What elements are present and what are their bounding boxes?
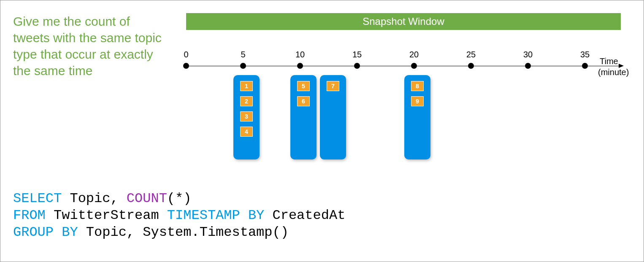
event-box: 5: [297, 81, 310, 91]
col-created: CreatedAt: [273, 208, 346, 223]
window-box: 7: [320, 75, 346, 159]
tick-label-15: 15: [352, 50, 362, 59]
window-box: 8 9: [404, 75, 430, 159]
axis-line: [186, 66, 621, 66]
tick-0: [183, 63, 189, 69]
tick-label-30: 30: [523, 50, 533, 59]
tick-25: [468, 63, 474, 69]
tick-label-35: 35: [580, 50, 590, 59]
sql-query: SELECT Topic, COUNT(*) FROM TwitterStrea…: [13, 190, 345, 241]
timeline: 0 5 10 15 20 25 30 35 Time (minute) 1 2 …: [186, 49, 633, 163]
snapshot-window-bar: Snapshot Window: [186, 13, 621, 30]
kw-from: FROM: [13, 208, 46, 223]
kw-select: SELECT: [13, 191, 62, 206]
window-box: 1 2 3 4: [233, 75, 260, 159]
description-text: Give me the count of tweets with the sam…: [13, 13, 169, 79]
tbl-stream: TwitterStream: [54, 208, 159, 223]
tick-label-5: 5: [241, 50, 245, 59]
tick-label-10: 10: [295, 50, 305, 59]
tick-10: [297, 63, 303, 69]
sql-line-3: GROUP BY Topic, System.Timestamp(): [13, 224, 345, 241]
fn-count: COUNT: [127, 191, 167, 206]
axis-unit: (minute): [598, 68, 629, 77]
event-box: 9: [411, 96, 424, 106]
tick-label-0: 0: [184, 50, 188, 59]
tick-label-20: 20: [409, 50, 419, 59]
kw-timestamp-by: TIMESTAMP BY: [167, 208, 264, 223]
event-box: 2: [240, 96, 253, 106]
kw-group-by: GROUP BY: [13, 224, 78, 240]
event-box: 3: [240, 111, 253, 122]
event-box: 1: [240, 81, 253, 91]
event-box: 4: [240, 127, 253, 137]
tick-label-25: 25: [466, 50, 476, 59]
sql-line-2: FROM TwitterStream TIMESTAMP BY CreatedA…: [13, 207, 345, 224]
tick-30: [525, 63, 531, 69]
event-box: 6: [297, 96, 310, 106]
group-cols: Topic, System.Timestamp(): [86, 224, 289, 240]
tick-5: [240, 63, 246, 69]
event-box: 8: [411, 81, 424, 91]
count-args: (*): [167, 191, 192, 206]
axis-title: Time: [600, 57, 618, 66]
col-topic: Topic,: [70, 191, 118, 206]
tick-15: [354, 63, 360, 69]
tick-20: [411, 63, 417, 69]
window-box: 5 6: [290, 75, 317, 159]
tick-35: [582, 63, 588, 69]
sql-line-1: SELECT Topic, COUNT(*): [13, 190, 345, 207]
event-box: 7: [327, 81, 339, 91]
